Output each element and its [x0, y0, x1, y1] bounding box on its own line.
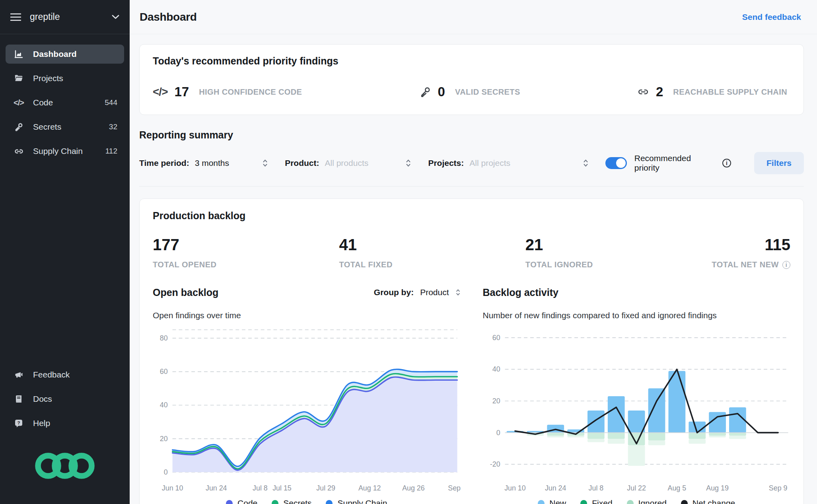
product-label: Product: [285, 158, 319, 168]
sidebar-nav: Dashboard Projects </> Code 544 Secrets … [0, 34, 130, 166]
svg-text:Sep 9: Sep 9 [768, 484, 787, 492]
projects-value: All projects [469, 158, 510, 168]
sidebar-item-label: Secrets [33, 122, 61, 132]
svg-text:60: 60 [160, 368, 168, 376]
stat-reachable-supply-chain[interactable]: 2 REACHABLE SUPPLY CHAIN [637, 84, 787, 99]
legend-dot [580, 500, 587, 504]
time-period-label: Time period: [139, 158, 189, 168]
sidebar-item-projects[interactable]: Projects [6, 69, 124, 88]
legend-label: Fixed [592, 498, 612, 504]
sidebar-item-label: Projects [33, 74, 63, 83]
svg-text:Aug 19: Aug 19 [706, 484, 729, 492]
open-backlog-chart: 020406080Jun 10Jun 24Jul 8Jul 15Jul 29Au… [153, 323, 461, 495]
stat-high-confidence-code[interactable]: </> 17 HIGH CONFIDENCE CODE [153, 84, 302, 99]
legend-item-secrets: Secrets [272, 498, 311, 504]
legend-label: Ignored [638, 498, 667, 504]
svg-text:40: 40 [160, 401, 168, 409]
svg-text:?: ? [17, 420, 20, 425]
production-backlog-card: Production backlog 177 TOTAL OPENED 41 T… [139, 198, 804, 504]
time-period-select[interactable]: Time period: 3 months [139, 158, 285, 168]
product-select[interactable]: Product: All products [285, 158, 428, 168]
org-name: greptile [30, 12, 103, 22]
stat-label: TOTAL NET NEW [712, 260, 779, 269]
stat-total-fixed: 41 TOTAL FIXED [339, 236, 525, 269]
legend-dot [326, 500, 333, 504]
megaphone-icon [12, 370, 25, 379]
legend-item-supply-chain: Supply Chain [326, 498, 387, 504]
sidebar-item-code[interactable]: </> Code 544 [6, 93, 124, 112]
sidebar-item-docs[interactable]: Docs [6, 389, 124, 409]
legend-item-new: New [538, 498, 566, 504]
svg-text:20: 20 [492, 397, 500, 405]
org-switcher[interactable]: greptile [0, 0, 130, 34]
supply-chain-count-badge: 112 [105, 147, 117, 156]
legend-label: Supply Chain [337, 498, 387, 504]
sidebar-item-supply-chain[interactable]: Supply Chain 112 [6, 142, 124, 161]
legend-dot [272, 500, 278, 504]
hamburger-menu-icon[interactable] [10, 13, 21, 21]
chevron-down-icon [112, 15, 119, 19]
recommended-priority-toggle[interactable] [605, 157, 627, 169]
svg-text:Jun 10: Jun 10 [162, 484, 183, 492]
svg-text:Jul 8: Jul 8 [253, 484, 268, 492]
send-feedback-link[interactable]: Send feedback [742, 12, 801, 22]
projects-label: Projects: [428, 158, 464, 168]
sidebar-item-label: Dashboard [33, 49, 77, 59]
select-chevrons-icon [405, 158, 411, 168]
legend-label: Net change [693, 498, 735, 504]
select-chevrons-icon [262, 158, 268, 168]
legend-label: New [549, 498, 566, 504]
top-bar: Dashboard Send feedback [130, 0, 817, 34]
help-icon: ? [12, 418, 25, 428]
backlog-activity-title: Backlog activity [483, 287, 558, 298]
open-backlog-subtitle: Open findings over time [153, 311, 461, 321]
stat-total-net-new: 115 TOTAL NET NEWi [712, 236, 790, 269]
backlog-activity-section: Backlog activity Number of new findings … [483, 284, 791, 504]
legend-label: Secrets [283, 498, 311, 504]
legend-dot [226, 500, 233, 504]
greptile-logo [6, 438, 124, 501]
key-icon [12, 122, 25, 132]
sidebar-footer: Feedback Docs ? Help [0, 365, 130, 504]
svg-text:Jul 15: Jul 15 [272, 484, 292, 492]
sidebar-item-help[interactable]: ? Help [6, 414, 124, 433]
svg-text:Jun 10: Jun 10 [504, 484, 526, 492]
info-icon[interactable]: i [722, 159, 731, 167]
info-icon[interactable]: i [782, 261, 790, 269]
stat-value: 41 [339, 236, 525, 254]
stat-label: HIGH CONFIDENCE CODE [199, 88, 302, 97]
group-by-value: Product [420, 288, 449, 297]
stat-label: REACHABLE SUPPLY CHAIN [673, 88, 787, 97]
sidebar-item-label: Docs [33, 394, 52, 404]
sidebar-item-label: Code [33, 98, 53, 107]
open-backlog-section: Open backlog Group by: Product Open find… [153, 284, 461, 504]
svg-text:-20: -20 [490, 460, 500, 468]
key-icon [419, 86, 431, 98]
link-icon [12, 146, 25, 156]
svg-text:Jul 22: Jul 22 [627, 484, 646, 492]
stat-valid-secrets[interactable]: 0 VALID SECRETS [419, 84, 520, 99]
stat-value: 17 [174, 84, 189, 99]
sidebar-item-dashboard[interactable]: Dashboard [6, 45, 124, 64]
group-by-select[interactable]: Group by: Product [374, 288, 461, 297]
svg-text:40: 40 [492, 365, 500, 373]
book-icon [12, 394, 25, 404]
backlog-activity-legend: New Fixed Ignored Net change [483, 498, 791, 504]
sidebar-item-label: Supply Chain [33, 146, 83, 156]
projects-select[interactable]: Projects: All projects [428, 158, 605, 168]
sidebar-item-label: Help [33, 418, 50, 428]
stat-value: 0 [438, 84, 445, 99]
svg-text:60: 60 [492, 334, 500, 342]
stat-value: 2 [656, 84, 663, 99]
sidebar-item-secrets[interactable]: Secrets 32 [6, 117, 124, 136]
legend-dot [681, 500, 688, 504]
filters-button[interactable]: Filters [754, 152, 804, 174]
sidebar-item-feedback[interactable]: Feedback [6, 365, 124, 384]
svg-text:Sep 9: Sep 9 [448, 484, 460, 492]
svg-text:20: 20 [160, 435, 168, 443]
product-value: All products [325, 158, 369, 168]
stat-value: 115 [712, 236, 790, 254]
svg-text:Jun 24: Jun 24 [545, 484, 566, 492]
stat-value: 177 [153, 236, 339, 254]
svg-text:80: 80 [160, 334, 168, 342]
